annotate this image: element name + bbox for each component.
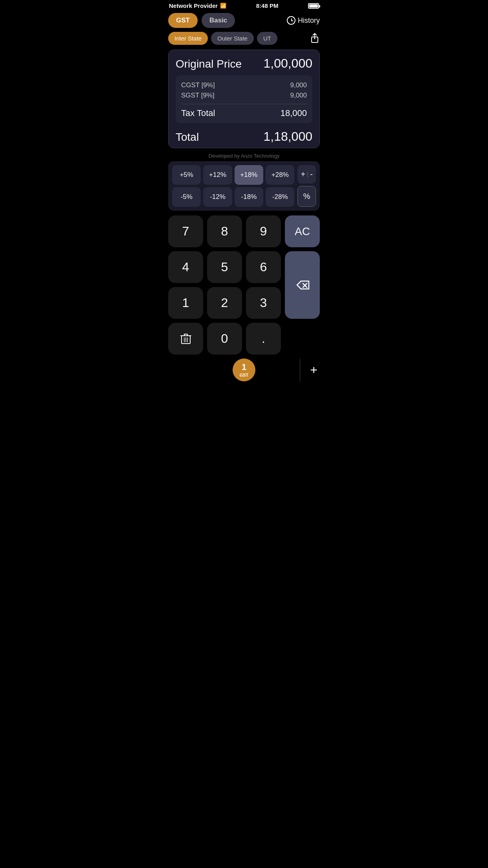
ac-btn[interactable]: AC	[285, 215, 320, 247]
trash-btn[interactable]	[168, 323, 203, 355]
top-nav: GST Basic History	[163, 11, 325, 30]
backspace-icon	[295, 280, 310, 291]
dot-btn[interactable]: .	[246, 323, 281, 355]
minus-sign: -	[310, 170, 313, 179]
cgst-label: CGST [9%]	[181, 81, 215, 89]
cgst-value: 9,000	[290, 81, 307, 89]
battery-icon	[308, 3, 319, 9]
pm-divider: |	[307, 171, 308, 178]
state-row: Inter State Outer State UT	[163, 30, 325, 46]
num-6-btn[interactable]: 6	[246, 251, 281, 283]
tax-rate-section: +5% +12% +18% +28% -5% -12% -18% -28% + …	[168, 161, 320, 211]
sgst-label: SGST [9%]	[181, 92, 215, 99]
sgst-row: SGST [9%] 9,000	[181, 90, 307, 101]
backspace-btn-wrapper	[285, 251, 320, 319]
history-clock-icon	[287, 16, 295, 25]
num-9-btn[interactable]: 9	[246, 215, 281, 247]
tax-total-value: 18,000	[281, 108, 307, 118]
bottom-divider	[300, 359, 300, 381]
numpad: 7 8 9 AC 4 5 6 1 2 3 0 .	[163, 214, 325, 355]
tax-total-label: Tax Total	[181, 108, 215, 118]
num-5-btn[interactable]: 5	[207, 251, 242, 283]
percent-btn[interactable]: %	[297, 186, 316, 207]
bottom-gst-label: GST	[240, 373, 249, 378]
basic-tab-button[interactable]: Basic	[202, 13, 235, 28]
dev-credit: Developed by Anzo Technology	[163, 151, 325, 161]
num-4-btn[interactable]: 4	[168, 251, 203, 283]
outer-state-button[interactable]: Outer State	[211, 32, 254, 45]
status-left: Network Provider 📶	[169, 2, 226, 9]
history-label: History	[298, 17, 320, 25]
minus-18-btn[interactable]: -18%	[235, 187, 263, 207]
carrier-label: Network Provider	[169, 2, 218, 9]
wifi-icon: 📶	[220, 3, 226, 9]
original-price-row: Original Price 1,00,000	[176, 56, 312, 71]
tax-breakdown: CGST [9%] 9,000 SGST [9%] 9,000 Tax Tota…	[176, 75, 312, 123]
total-value: 1,18,000	[263, 129, 312, 144]
plus-12-btn[interactable]: +12%	[203, 165, 232, 185]
num-3-btn[interactable]: 3	[246, 287, 281, 319]
bottom-gst-button[interactable]: 1 GST	[233, 359, 255, 381]
display-panel: Original Price 1,00,000 CGST [9%] 9,000 …	[168, 50, 320, 148]
num-0-btn[interactable]: 0	[207, 323, 242, 355]
num-8-btn[interactable]: 8	[207, 215, 242, 247]
gst-tab-button[interactable]: GST	[168, 13, 198, 28]
inter-state-button[interactable]: Inter State	[168, 32, 208, 45]
minus-12-btn[interactable]: -12%	[203, 187, 232, 207]
minus-28-btn[interactable]: -28%	[266, 187, 294, 207]
sgst-value: 9,000	[290, 92, 307, 99]
plus-sign: +	[301, 170, 305, 179]
plus-5-btn[interactable]: +5%	[172, 165, 201, 185]
tax-total-row: Tax Total 18,000	[181, 107, 307, 118]
original-price-value: 1,00,000	[263, 56, 312, 71]
share-button[interactable]	[310, 33, 320, 44]
tax-rate-grid: +5% +12% +18% +28% -5% -12% -18% -28%	[172, 165, 294, 207]
time-label: 8:48 PM	[256, 2, 279, 9]
plus-minus-section: + | - %	[297, 165, 316, 207]
battery-fill	[309, 4, 318, 7]
backspace-btn[interactable]	[285, 251, 320, 319]
share-icon	[310, 33, 320, 44]
plus-minus-toggle[interactable]: + | -	[297, 165, 316, 184]
tax-divider	[181, 104, 307, 104]
num-1-btn[interactable]: 1	[168, 287, 203, 319]
ut-button[interactable]: UT	[257, 32, 277, 45]
cgst-row: CGST [9%] 9,000	[181, 80, 307, 90]
original-price-label: Original Price	[176, 58, 242, 70]
trash-icon	[180, 333, 191, 345]
num-7-btn[interactable]: 7	[168, 215, 203, 247]
bottom-gst-number: 1	[242, 362, 246, 372]
minus-5-btn[interactable]: -5%	[172, 187, 201, 207]
plus-28-btn[interactable]: +28%	[266, 165, 294, 185]
num-2-btn[interactable]: 2	[207, 287, 242, 319]
status-bar: Network Provider 📶 8:48 PM	[163, 0, 325, 11]
bottom-plus-button[interactable]: +	[310, 363, 317, 377]
history-button[interactable]: History	[287, 16, 320, 25]
total-row: Total 1,18,000	[176, 128, 312, 144]
plus-18-btn[interactable]: +18%	[235, 165, 263, 185]
bottom-bar: 1 GST +	[163, 355, 325, 384]
total-label: Total	[176, 131, 199, 143]
